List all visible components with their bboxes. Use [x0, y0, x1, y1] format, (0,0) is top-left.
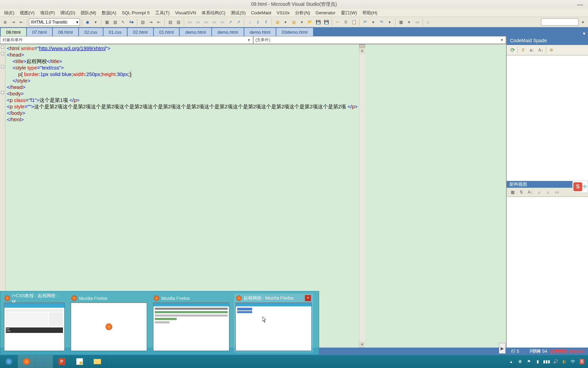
page-icon[interactable]: ▦: [103, 18, 111, 26]
outdent-icon[interactable]: ⇤: [18, 18, 25, 26]
menu-item[interactable]: Generator: [313, 10, 338, 16]
taskbar-powerpoint[interactable]: P: [53, 355, 71, 368]
menu-item[interactable]: 调试(D): [58, 9, 78, 17]
chevron-down-icon[interactable]: ▾: [405, 18, 413, 26]
menu-item[interactable]: 数据(A): [99, 9, 119, 17]
menu-item[interactable]: 辑(E): [1, 9, 17, 17]
indent-inc-icon[interactable]: ⇥: [147, 18, 154, 26]
menu-item[interactable]: 视图(V): [17, 9, 37, 17]
window-icon[interactable]: ▭: [218, 18, 226, 26]
tabs-menu-icon[interactable]: ▾: [580, 31, 588, 36]
horizontal-scroll-right[interactable]: ▶: [499, 343, 506, 354]
save-all-icon[interactable]: 💾: [323, 18, 330, 26]
tab-01css[interactable]: 01.css: [103, 28, 127, 36]
start-button[interactable]: [0, 355, 18, 368]
tray-monitor-icon[interactable]: 🖥: [517, 359, 523, 364]
menu-item[interactable]: CodeMaid: [248, 10, 274, 16]
chevron-down-icon[interactable]: ▾: [92, 18, 99, 26]
add-item-icon[interactable]: ▦: [290, 18, 297, 26]
doctype-select[interactable]: XHTML 1.0 Transitic ▾: [29, 18, 80, 26]
event-selector[interactable]: (无事件) ▼: [253, 36, 506, 44]
redo-icon[interactable]: ↷: [378, 18, 385, 26]
preview-card[interactable]: Mozilla Firefox: [69, 293, 149, 353]
chevron-down-icon[interactable]: ▾: [298, 18, 306, 26]
indent-dec-icon[interactable]: ⇤: [155, 18, 163, 26]
undo-icon[interactable]: ↶: [361, 18, 369, 26]
filter-icon[interactable]: ⌕: [544, 188, 552, 196]
globe-icon[interactable]: ◉: [84, 18, 91, 26]
chevron-down-icon[interactable]: ▾: [386, 18, 393, 26]
menu-item[interactable]: 体系结构(C): [199, 9, 228, 17]
cut-icon[interactable]: ✂: [334, 18, 341, 26]
tab-02html[interactable]: 02.html: [128, 28, 153, 36]
tray-sogou-icon[interactable]: S: [579, 359, 585, 364]
gear-icon[interactable]: ⚙: [548, 46, 555, 54]
indent-icon[interactable]: ⇥: [10, 18, 17, 26]
view-icon[interactable]: ▦: [509, 188, 516, 196]
chevron-down-icon[interactable]: ▾: [282, 18, 289, 26]
folder-open-icon[interactable]: 📂: [306, 18, 314, 26]
sort-desc-icon[interactable]: A↓: [537, 46, 544, 54]
preview-card[interactable]: Mozilla Firefox: [151, 293, 231, 353]
menu-item[interactable]: 测试(S): [228, 9, 248, 17]
tray-signal-icon[interactable]: ▮▮▮: [544, 359, 549, 364]
share-icon[interactable]: ↗: [227, 18, 234, 26]
menu-item[interactable]: 工具(T): [152, 9, 173, 17]
sort-icon[interactable]: ⇵: [519, 46, 527, 54]
taskbar-firefox[interactable]: [18, 355, 35, 368]
menu-item[interactable]: 项目(P): [37, 9, 58, 17]
menu-item[interactable]: 分析(N): [292, 9, 313, 17]
tab-07html[interactable]: 07.html: [27, 28, 52, 36]
sort-icon[interactable]: A↓: [526, 188, 534, 196]
sort-icon[interactable]: ⇅: [518, 188, 525, 196]
new-project-icon[interactable]: ▦: [274, 18, 281, 26]
tray-battery-icon[interactable]: ▮: [535, 359, 540, 364]
tab-demohtml[interactable]: demo.html: [212, 28, 244, 36]
save-icon[interactable]: 💾: [314, 18, 322, 26]
menu-item[interactable]: VS10x: [274, 10, 292, 16]
box-icon[interactable]: ▭: [553, 188, 560, 196]
uncomment-icon[interactable]: ▥: [175, 18, 182, 26]
tab-06html[interactable]: 06.html: [53, 28, 78, 36]
fold-toggle[interactable]: -: [1, 46, 4, 49]
comment-icon[interactable]: ▤: [166, 18, 174, 26]
tab-demohtml[interactable]: demo.html: [180, 28, 211, 36]
taskbar-explorer[interactable]: [88, 355, 106, 368]
tray-ime-icon[interactable]: 中: [570, 359, 576, 364]
tab-demohtml[interactable]: demo.html: [244, 28, 276, 36]
list-icon[interactable]: ▤: [139, 18, 146, 26]
minimize-icon[interactable]: —: [577, 1, 583, 8]
nav-icon[interactable]: ▦: [397, 18, 405, 26]
arrow-down-icon[interactable]: ↓: [246, 18, 254, 26]
sogou-ime-badge[interactable]: S 中: [572, 181, 588, 193]
close-icon[interactable]: ×: [305, 295, 311, 301]
tab-03demohtml[interactable]: 03demo.html: [276, 28, 313, 36]
menu-item[interactable]: 帮助(H): [360, 9, 380, 17]
tab-02css[interactable]: 02.css: [79, 28, 103, 36]
indent-left-icon[interactable]: ≣: [1, 18, 9, 26]
copy-icon[interactable]: ⎘: [342, 18, 349, 26]
filter-icon[interactable]: ⌕: [535, 188, 543, 196]
tray-flag-icon[interactable]: ⚑: [526, 359, 532, 364]
vertical-scrollbar[interactable]: ▲ ▼: [359, 44, 365, 348]
taskbar-paint[interactable]: [71, 355, 88, 368]
window-icon[interactable]: ▭: [186, 18, 193, 26]
taskbar-vs[interactable]: ∞: [35, 355, 53, 368]
chevron-down-icon[interactable]: ▾: [579, 18, 587, 26]
play-icon[interactable]: ▷: [425, 18, 432, 26]
paste-icon[interactable]: 📋: [350, 18, 358, 26]
external-icon[interactable]: ↗: [235, 18, 242, 26]
fold-toggle[interactable]: -: [1, 91, 4, 94]
refresh-icon[interactable]: ⟳: [509, 46, 516, 54]
fold-toggle[interactable]: -: [1, 52, 4, 55]
menu-item[interactable]: VisualSVN: [172, 10, 199, 16]
menu-item[interactable]: 团队(M): [78, 9, 99, 17]
object-selector[interactable]: 对象和事件 ▼: [0, 36, 253, 44]
scroll-down-icon[interactable]: ▼: [359, 342, 365, 348]
tray-up-icon[interactable]: ▴: [508, 359, 514, 364]
preview-card-active[interactable]: 起程网校 - Mozilla Firefox ×: [234, 293, 313, 353]
format-icon[interactable]: A■: [128, 18, 135, 26]
tab-01html[interactable]: 01.html: [154, 28, 179, 36]
sort-asc-icon[interactable]: a↓: [528, 46, 536, 54]
window-icon[interactable]: ▭: [202, 18, 210, 26]
